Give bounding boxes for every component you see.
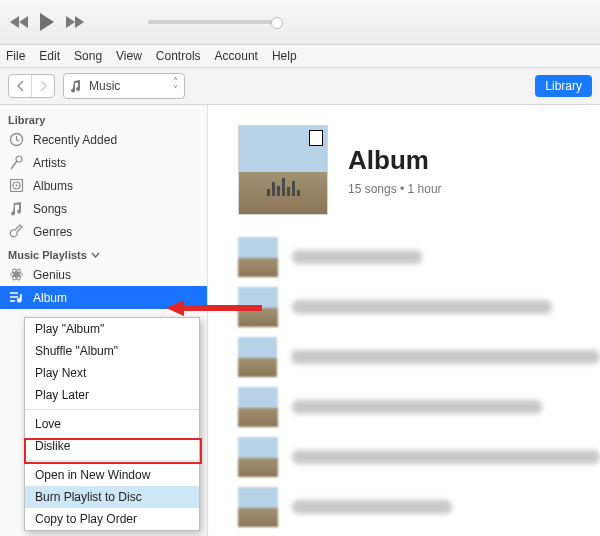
playlist-item-genius[interactable]: Genius bbox=[0, 263, 207, 286]
track-row[interactable] bbox=[238, 337, 600, 377]
menu-separator bbox=[25, 409, 199, 410]
menu-edit[interactable]: Edit bbox=[39, 49, 60, 63]
back-button[interactable] bbox=[9, 75, 31, 97]
track-row[interactable] bbox=[238, 487, 600, 527]
playlists-header[interactable]: Music Playlists bbox=[0, 243, 207, 263]
media-picker[interactable]: Music ˄˅ bbox=[63, 73, 185, 99]
track-thumb bbox=[238, 237, 278, 277]
volume-slider[interactable] bbox=[148, 20, 278, 24]
playback-bar bbox=[0, 0, 600, 45]
forward-button[interactable] bbox=[31, 75, 54, 97]
sidebar-item-songs[interactable]: Songs bbox=[0, 197, 207, 220]
album-art[interactable] bbox=[238, 125, 328, 215]
sidebar-item-artists[interactable]: Artists bbox=[0, 151, 207, 174]
next-button[interactable] bbox=[64, 15, 84, 29]
menu-item-play-album[interactable]: Play "Album" bbox=[25, 318, 199, 340]
svg-point-9 bbox=[17, 298, 20, 301]
menu-item-copy-to-play-order[interactable]: Copy to Play Order bbox=[25, 508, 199, 530]
track-row[interactable] bbox=[238, 387, 600, 427]
menu-item-dislike[interactable]: Dislike bbox=[25, 435, 199, 457]
sidebar-item-recently-added[interactable]: Recently Added bbox=[0, 128, 207, 151]
menu-file[interactable]: File bbox=[6, 49, 25, 63]
svg-point-4 bbox=[15, 185, 17, 187]
album-subtitle: 15 songs • 1 hour bbox=[348, 182, 442, 196]
annotation-arrow bbox=[166, 298, 262, 318]
menu-separator bbox=[25, 460, 199, 461]
album-header: Album 15 songs • 1 hour bbox=[238, 125, 600, 215]
menu-item-play-later[interactable]: Play Later bbox=[25, 384, 199, 406]
nav-back-forward bbox=[8, 74, 55, 98]
menu-item-love[interactable]: Love bbox=[25, 413, 199, 435]
sidebar-item-albums[interactable]: Albums bbox=[0, 174, 207, 197]
album-icon bbox=[8, 178, 24, 194]
track-row[interactable] bbox=[238, 287, 600, 327]
menu-bar: FileEditSongViewControlsAccountHelp bbox=[0, 45, 600, 68]
track-list bbox=[238, 237, 600, 527]
track-thumb bbox=[238, 437, 278, 477]
previous-button[interactable] bbox=[10, 15, 30, 29]
sidebar-item-genres[interactable]: Genres bbox=[0, 220, 207, 243]
app-window: FileEditSongViewControlsAccountHelp Musi… bbox=[0, 0, 600, 536]
menu-help[interactable]: Help bbox=[272, 49, 297, 63]
library-button[interactable]: Library bbox=[535, 75, 592, 97]
menu-item-play-next[interactable]: Play Next bbox=[25, 362, 199, 384]
track-thumb bbox=[238, 337, 277, 377]
menu-song[interactable]: Song bbox=[74, 49, 102, 63]
track-title-blur bbox=[292, 400, 542, 414]
updown-icon: ˄˅ bbox=[173, 78, 178, 94]
track-row[interactable] bbox=[238, 237, 600, 277]
chevron-down-icon bbox=[91, 252, 100, 258]
menu-item-open-in-new-window[interactable]: Open in New Window bbox=[25, 464, 199, 486]
menu-controls[interactable]: Controls bbox=[156, 49, 201, 63]
body: Library Recently AddedArtistsAlbumsSongs… bbox=[0, 105, 600, 536]
album-title: Album bbox=[348, 145, 442, 176]
play-button[interactable] bbox=[38, 12, 56, 32]
guitar-icon bbox=[8, 224, 24, 240]
library-header: Library bbox=[0, 111, 207, 128]
track-row[interactable] bbox=[238, 437, 600, 477]
track-title-blur bbox=[292, 450, 600, 464]
media-picker-label: Music bbox=[89, 79, 120, 93]
track-thumb bbox=[238, 487, 278, 527]
sidebar: Library Recently AddedArtistsAlbumsSongs… bbox=[0, 105, 208, 536]
track-title-blur bbox=[292, 250, 422, 264]
context-menu: Play "Album"Shuffle "Album"Play NextPlay… bbox=[24, 317, 200, 531]
track-title-blur bbox=[292, 500, 452, 514]
toolbar: Music ˄˅ Library bbox=[0, 68, 600, 105]
mic-icon bbox=[8, 155, 24, 171]
track-thumb bbox=[238, 387, 278, 427]
parental-advisory-icon bbox=[309, 130, 323, 146]
menu-item-burn-playlist-to-disc[interactable]: Burn Playlist to Disc bbox=[25, 486, 199, 508]
menu-item-shuffle-album[interactable]: Shuffle "Album" bbox=[25, 340, 199, 362]
content-area: Album 15 songs • 1 hour bbox=[208, 105, 600, 536]
track-title-blur bbox=[291, 350, 600, 364]
note-icon bbox=[8, 201, 24, 217]
note-icon bbox=[70, 80, 82, 93]
playlist-icon bbox=[8, 290, 24, 306]
menu-account[interactable]: Account bbox=[215, 49, 258, 63]
genius-icon bbox=[8, 267, 24, 283]
clock-icon bbox=[8, 132, 24, 148]
track-title-blur bbox=[292, 300, 552, 314]
menu-view[interactable]: View bbox=[116, 49, 142, 63]
